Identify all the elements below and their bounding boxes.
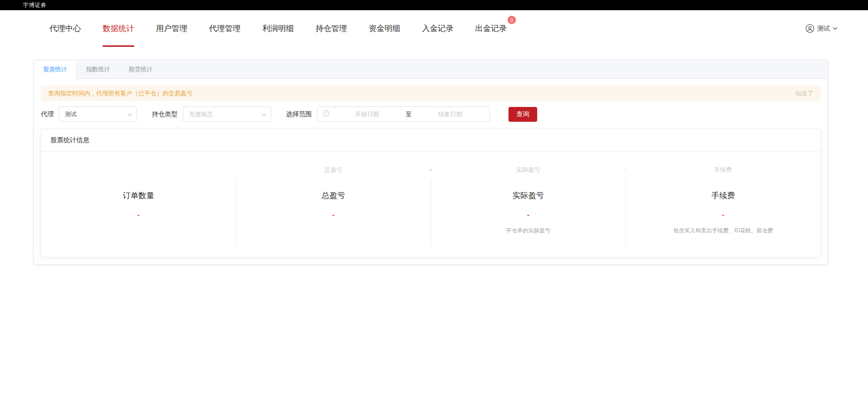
user-menu[interactable]: 测试: [806, 10, 837, 47]
tab-futures-statistics[interactable]: 期货统计: [119, 60, 162, 78]
nav-item-agent-management[interactable]: 代理管理: [209, 10, 241, 47]
tab-content: 查询指定时间内，代理所有客户（已平仓）的交易盈亏 知道了 代理 测试 持仓类型 …: [34, 79, 828, 264]
stat-caption: [236, 227, 430, 234]
tab-index-statistics[interactable]: 指数统计: [77, 60, 119, 78]
nav-item-data-statistics[interactable]: 数据统计: [103, 10, 134, 47]
clock-icon: [323, 110, 329, 119]
topbar: 宇博证券: [0, 0, 868, 10]
nav-item-user-management[interactable]: 用户管理: [156, 10, 187, 47]
user-avatar-icon: [806, 24, 814, 33]
formula-fee: 手续费: [626, 166, 820, 174]
nav-item-profit-details[interactable]: 利润明细: [262, 10, 294, 47]
nav-item-withdraw-records[interactable]: 出金记录 0: [475, 10, 508, 47]
stat-label: 手续费: [626, 190, 820, 201]
formula-row: 总盈亏 = 实际盈亏 - 手续费: [41, 152, 820, 174]
query-button[interactable]: 查询: [508, 107, 537, 122]
stat-order-count: 订单数量 -: [41, 180, 236, 247]
stat-actual-profit: 实际盈亏 - 平仓单的实际盈亏: [431, 180, 626, 247]
info-alert: 查询指定时间内，代理所有客户（已平仓）的交易盈亏 知道了: [41, 86, 821, 101]
date-range-separator: 至: [403, 110, 415, 119]
stat-value: -: [236, 211, 430, 219]
card-body: 总盈亏 = 实际盈亏 - 手续费 订单数量: [41, 152, 820, 257]
date-range-picker[interactable]: 至: [317, 106, 490, 122]
stat-caption: [41, 227, 236, 234]
main-content: 股票统计 指数统计 期货统计 查询指定时间内，代理所有客户（已平仓）的交易盈亏 …: [33, 60, 828, 265]
nav-item-deposit-records[interactable]: 入金记录: [422, 10, 453, 47]
position-type-select[interactable]: 充值状态: [183, 106, 271, 122]
stat-caption: 平仓单的实际盈亏: [431, 227, 626, 235]
agent-select[interactable]: 测试: [59, 106, 137, 122]
position-type-placeholder: 充值状态: [189, 110, 213, 119]
stat-fee: 手续费 - 包含买入和卖出手续费、印花税、留仓费: [626, 180, 820, 247]
formula-actual-profit: 实际盈亏 -: [431, 166, 626, 174]
notification-badge: 0: [508, 16, 516, 24]
stat-label: 总盈亏: [236, 190, 430, 201]
chevron-down-icon: [833, 27, 837, 30]
stat-value: -: [626, 211, 820, 219]
nav-item-agent-center[interactable]: 代理中心: [50, 10, 81, 47]
position-type-label: 持仓类型: [152, 110, 178, 119]
stock-statistics-card: 股票统计信息 总盈亏 = 实际盈亏 - 手续费: [41, 129, 821, 257]
stat-caption: 包含买入和卖出手续费、印花税、留仓费: [626, 227, 820, 235]
filter-row: 代理 测试 持仓类型 充值状态: [41, 106, 821, 122]
end-date-input[interactable]: [415, 111, 486, 118]
formula-total-profit: 总盈亏 =: [236, 166, 431, 174]
tab-stock-statistics[interactable]: 股票统计: [34, 60, 77, 79]
agent-select-value: 测试: [65, 110, 77, 119]
nav-items: 代理中心 数据统计 用户管理 代理管理 利润明细 持仓管理 资金明细 入金记录 …: [50, 10, 508, 47]
main-navbar: 代理中心 数据统计 用户管理 代理管理 利润明细 持仓管理 资金明细 入金记录 …: [0, 10, 868, 47]
card-title: 股票统计信息: [41, 129, 820, 152]
start-date-input[interactable]: [331, 111, 403, 118]
statistics-tabs-panel: 股票统计 指数统计 期货统计 查询指定时间内，代理所有客户（已平仓）的交易盈亏 …: [33, 60, 828, 265]
tabs-header: 股票统计 指数统计 期货统计: [34, 60, 828, 79]
brand-title: 宇博证券: [23, 1, 46, 9]
stat-value: -: [431, 211, 626, 219]
stat-label: 实际盈亏: [431, 190, 626, 201]
date-range-label: 选择范围: [286, 110, 312, 119]
alert-message: 查询指定时间内，代理所有客户（已平仓）的交易盈亏: [48, 89, 192, 98]
stat-value: -: [41, 211, 236, 219]
select-arrow-icon: [127, 111, 132, 118]
formula-blank: [41, 166, 236, 174]
agent-label: 代理: [41, 110, 54, 119]
stat-total-profit: 总盈亏 -: [236, 180, 430, 247]
stat-label: 订单数量: [41, 190, 236, 201]
alert-dismiss-button[interactable]: 知道了: [795, 89, 813, 98]
nav-item-funds-details[interactable]: 资金明细: [369, 10, 400, 47]
nav-item-position-management[interactable]: 持仓管理: [316, 10, 347, 47]
select-arrow-icon: [261, 111, 267, 118]
nav-item-label: 出金记录: [475, 23, 507, 34]
user-name: 测试: [817, 25, 830, 33]
stats-row: 订单数量 - 总盈亏 - 实际盈亏 - 平仓单的实际盈亏: [41, 180, 820, 247]
